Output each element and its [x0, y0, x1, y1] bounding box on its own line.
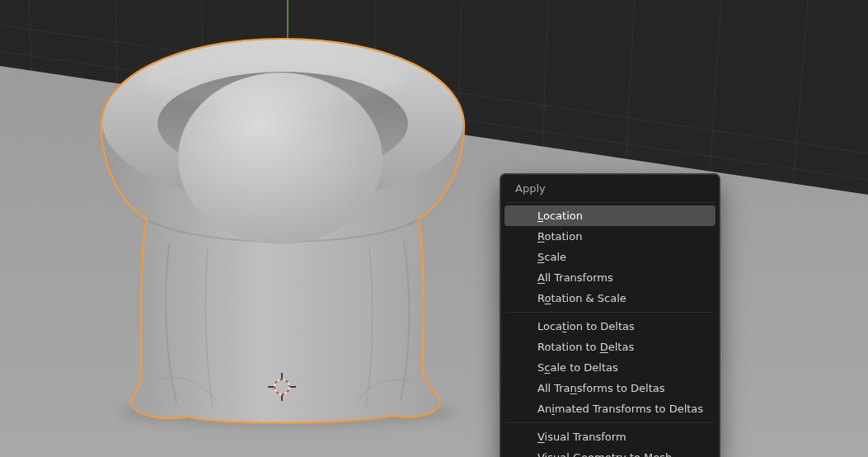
menu-item-location[interactable]: Location: [504, 205, 716, 226]
menu-item-rotation-to-deltas[interactable]: Rotation to Deltas: [504, 337, 716, 357]
menu-item-visual-geometry-to-mesh[interactable]: Visual Geometry to Mesh: [504, 447, 716, 457]
selected-object[interactable]: [101, 39, 464, 423]
blender-window: { "colors": { "viewport_bg": "#262626", …: [0, 0, 868, 457]
menu-item-scale[interactable]: Scale: [504, 247, 716, 267]
menu-item-location-to-deltas[interactable]: Location to Deltas: [504, 316, 716, 337]
3d-viewport[interactable]: [0, 0, 868, 457]
apply-menu-items: LocationRotationScaleAll TransformsRotat…: [501, 203, 719, 457]
menu-item-scale-to-deltas[interactable]: Scale to Deltas: [504, 357, 716, 378]
rim-highlight: [140, 53, 404, 106]
menu-separator: [506, 312, 714, 313]
menu-item-rotation[interactable]: Rotation: [504, 226, 716, 247]
menu-item-all-transforms-to-deltas[interactable]: All Transforms to Deltas: [504, 378, 716, 398]
apply-menu-title: Apply: [501, 175, 719, 202]
menu-item-visual-transform[interactable]: Visual Transform: [504, 426, 716, 447]
menu-separator: [506, 422, 714, 423]
menu-item-rotation-scale[interactable]: Rotation & Scale: [504, 288, 716, 309]
menu-item-animated-transforms-to-deltas[interactable]: Animated Transforms to Deltas: [504, 398, 716, 419]
menu-item-all-transforms[interactable]: All Transforms: [504, 267, 716, 288]
apply-menu: Apply LocationRotationScaleAll Transform…: [500, 174, 720, 457]
